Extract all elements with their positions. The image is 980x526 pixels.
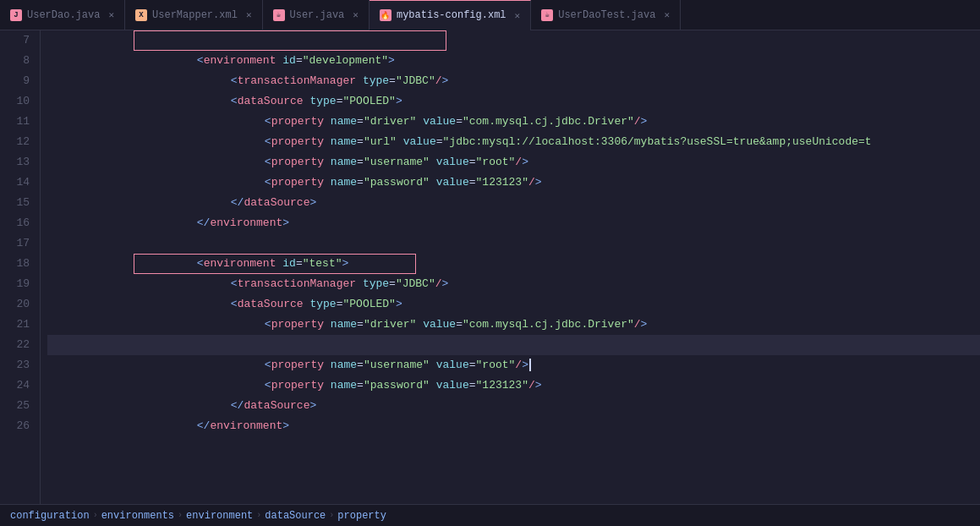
tab-label-user: User.java xyxy=(290,9,345,21)
line-20: 20 xyxy=(7,294,30,315)
line-25: 25 xyxy=(7,396,30,416)
code-line-12: <property name="username" value="root"/> xyxy=(47,132,980,152)
code-line-13: <property name="password" value="123123"… xyxy=(47,152,980,173)
line-26: 26 xyxy=(7,416,30,436)
code-area[interactable]: <environment id="development"> <transact… xyxy=(41,30,980,504)
tab-close-mybatis[interactable]: ✕ xyxy=(515,10,521,21)
code-line-11: <property name="url" value="jdbc:mysql:/… xyxy=(47,112,980,132)
line-19: 19 xyxy=(7,274,30,294)
code-line-25: </environment> xyxy=(47,396,980,416)
status-datasource: dataSource xyxy=(265,510,326,522)
code-line-8: <transactionManager type="JDBC"/> xyxy=(47,51,980,71)
line-7: 7 xyxy=(7,30,30,51)
line-9: 9 xyxy=(7,71,30,91)
line-10: 10 xyxy=(7,91,30,112)
tab-label-userdao: UserDao.java xyxy=(27,9,100,21)
chevron-4: › xyxy=(329,511,334,520)
tab-icon-userdao: J xyxy=(10,9,22,21)
tab-bar: J UserDao.java ✕ X UserMapper.xml ✕ ☕ Us… xyxy=(0,0,980,30)
code-line-14: </dataSource> xyxy=(47,173,980,193)
code-line-18: <transactionManager type="JDBC"/> xyxy=(47,254,980,274)
code-line-26 xyxy=(47,416,980,436)
tab-label-usermapper: UserMapper.xml xyxy=(152,9,238,21)
line-18: 18 xyxy=(7,254,30,274)
code-line-24: </dataSource> xyxy=(47,375,980,396)
chevron-2: › xyxy=(178,511,183,520)
code-line-23: <property name="password" value="123123"… xyxy=(47,355,980,375)
line-22: 22 xyxy=(7,335,30,355)
tab-close-usermapper[interactable]: ✕ xyxy=(246,9,252,20)
tab-close-userdao[interactable]: ✕ xyxy=(108,9,114,20)
line-21: 21 xyxy=(7,315,30,335)
chevron-1: › xyxy=(93,511,98,520)
tab-icon-userdaotest: ☕ xyxy=(541,9,553,21)
line-8: 8 xyxy=(7,51,30,71)
code-line-19: <dataSource type="POOLED"> xyxy=(47,274,980,294)
tab-close-userdaotest[interactable]: ✕ xyxy=(664,9,670,20)
code-line-9: <dataSource type="POOLED"> xyxy=(47,71,980,91)
line-17: 17 xyxy=(7,233,30,254)
line-16: 16 xyxy=(7,213,30,233)
code-line-16 xyxy=(47,213,980,233)
tab-user[interactable]: ☕ User.java ✕ xyxy=(263,0,370,30)
chevron-3: › xyxy=(256,511,261,520)
line-23: 23 xyxy=(7,355,30,375)
tab-icon-user: ☕ xyxy=(273,9,285,21)
status-configuration: configuration xyxy=(10,510,90,522)
line-13: 13 xyxy=(7,152,30,173)
line-numbers: 7 8 9 10 11 12 13 14 15 16 17 18 19 20 2… xyxy=(0,30,41,504)
code-line-17: <environment id="test"> xyxy=(47,233,980,254)
tab-icon-mybatis: 🔥 xyxy=(380,9,391,21)
code-line-15: </environment> xyxy=(47,193,980,213)
status-property: property xyxy=(337,510,386,522)
tab-userdao[interactable]: J UserDao.java ✕ xyxy=(0,0,125,30)
line-15: 15 xyxy=(7,193,30,213)
line-11: 11 xyxy=(7,112,30,132)
tab-close-user[interactable]: ✕ xyxy=(353,9,359,20)
code-line-7: <environment id="development"> xyxy=(47,30,980,51)
tab-label-mybatis: mybatis-config.xml xyxy=(397,9,506,21)
status-environment: environment xyxy=(186,510,253,522)
tab-usermapper[interactable]: X UserMapper.xml ✕ xyxy=(125,0,262,30)
tab-label-userdaotest: UserDaoTest.java xyxy=(558,9,655,21)
code-line-21: <property name="url" value="jdbc:mysql:/… xyxy=(47,315,980,335)
tab-userdaotest[interactable]: ☕ UserDaoTest.java ✕ xyxy=(531,0,681,30)
code-line-20: <property name="driver" value="com.mysql… xyxy=(47,294,980,315)
code-line-22: <property name="username" value="root"/> xyxy=(47,335,980,355)
tab-icon-usermapper: X xyxy=(135,9,147,21)
line-24: 24 xyxy=(7,375,30,396)
editor: 7 8 9 10 11 12 13 14 15 16 17 18 19 20 2… xyxy=(0,30,980,504)
tab-mybatis[interactable]: 🔥 mybatis-config.xml ✕ xyxy=(370,0,531,30)
line-12: 12 xyxy=(7,132,30,152)
status-environments: environments xyxy=(101,510,174,522)
status-bar: configuration › environments › environme… xyxy=(0,504,980,526)
code-line-10: <property name="driver" value="com.mysql… xyxy=(47,91,980,112)
line-14: 14 xyxy=(7,173,30,193)
